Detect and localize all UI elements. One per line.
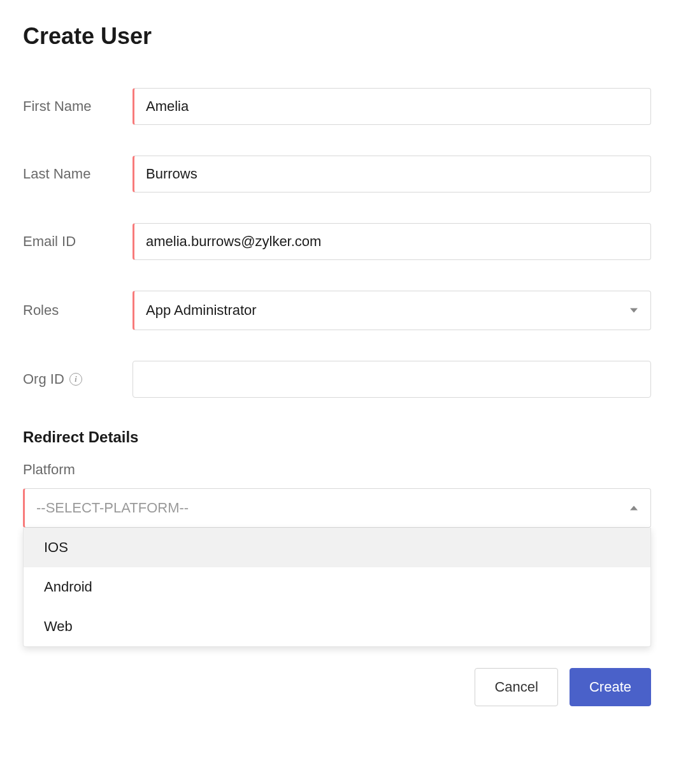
org-id-label-text: Org ID bbox=[23, 371, 64, 388]
email-id-label: Email ID bbox=[23, 233, 133, 250]
redirect-details-heading: Redirect Details bbox=[23, 428, 651, 446]
roles-label: Roles bbox=[23, 302, 133, 319]
first-name-row: First Name bbox=[23, 88, 651, 125]
platform-label: Platform bbox=[23, 461, 651, 478]
info-icon[interactable]: i bbox=[69, 373, 82, 386]
create-button[interactable]: Create bbox=[570, 668, 651, 706]
email-id-input[interactable] bbox=[133, 223, 651, 260]
platform-select-wrap: --SELECT-PLATFORM-- IOS Android Web bbox=[23, 488, 651, 528]
roles-select[interactable]: App Administrator bbox=[133, 291, 651, 330]
platform-select[interactable]: --SELECT-PLATFORM-- bbox=[23, 488, 651, 528]
platform-dropdown-menu: IOS Android Web bbox=[23, 528, 651, 647]
first-name-label: First Name bbox=[23, 98, 133, 115]
cancel-button[interactable]: Cancel bbox=[475, 668, 557, 706]
org-id-row: Org ID i bbox=[23, 361, 651, 398]
button-row: Cancel Create bbox=[23, 668, 651, 706]
chevron-down-icon bbox=[630, 309, 638, 313]
last-name-row: Last Name bbox=[23, 156, 651, 192]
last-name-label: Last Name bbox=[23, 166, 133, 182]
page-title: Create User bbox=[23, 23, 651, 50]
platform-option-ios[interactable]: IOS bbox=[24, 528, 650, 567]
last-name-input[interactable] bbox=[133, 156, 651, 192]
platform-option-web[interactable]: Web bbox=[24, 607, 650, 646]
email-id-row: Email ID bbox=[23, 223, 651, 260]
platform-placeholder: --SELECT-PLATFORM-- bbox=[36, 500, 189, 516]
platform-option-android[interactable]: Android bbox=[24, 567, 650, 607]
org-id-label: Org ID i bbox=[23, 371, 133, 388]
first-name-input[interactable] bbox=[133, 88, 651, 125]
roles-row: Roles App Administrator bbox=[23, 291, 651, 330]
org-id-input[interactable] bbox=[133, 361, 651, 398]
chevron-up-icon bbox=[630, 506, 638, 511]
roles-selected-value: App Administrator bbox=[146, 302, 257, 319]
